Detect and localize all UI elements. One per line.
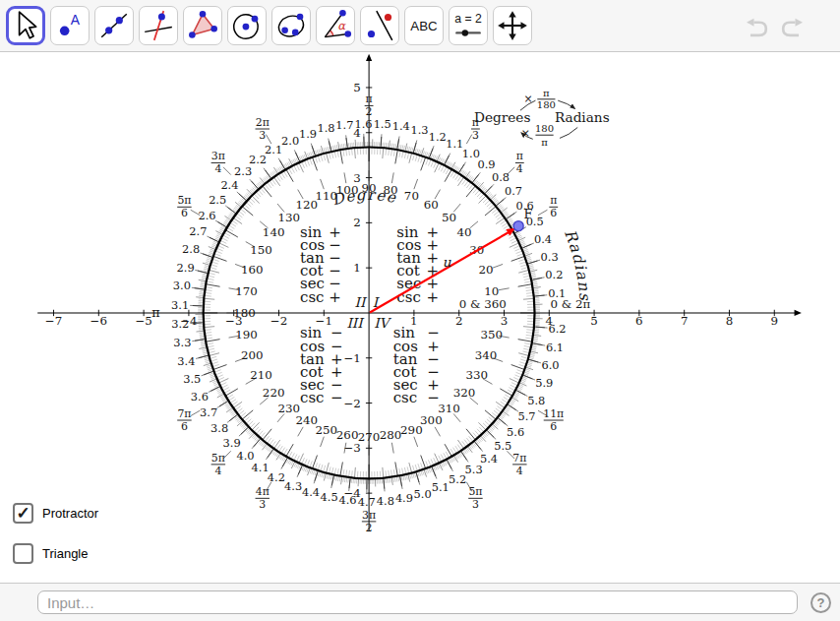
svg-text:7π: 7π [512, 452, 526, 465]
svg-text:340: 340 [475, 348, 498, 362]
svg-text:320: 320 [453, 386, 476, 400]
svg-text:−: − [427, 389, 440, 406]
svg-text:1.7: 1.7 [335, 118, 353, 132]
svg-text:5.7: 5.7 [517, 409, 535, 423]
svg-text:2.8: 2.8 [182, 242, 200, 256]
slider-icon: a = 2 [451, 9, 485, 42]
graphics-canvas[interactable]: −7−6−5−4−3−2−112345678954321−1−2−3−4 102… [0, 52, 840, 583]
svg-text:10: 10 [484, 284, 499, 298]
svg-text:1: 1 [353, 261, 361, 275]
svg-text:3.3: 3.3 [173, 336, 191, 349]
svg-text:+: + [329, 288, 341, 306]
slider-tool-button[interactable]: a = 2 [449, 6, 488, 45]
svg-text:6.0: 6.0 [542, 358, 560, 372]
conic-icon [274, 9, 308, 42]
svg-text:1.6: 1.6 [354, 117, 372, 131]
svg-text:180: 180 [537, 99, 556, 110]
point-icon: A [53, 9, 87, 42]
svg-text:190: 190 [235, 328, 258, 342]
svg-text:π: π [550, 194, 557, 207]
svg-text:0.2: 0.2 [545, 268, 563, 281]
move-tool-button[interactable] [6, 6, 45, 45]
svg-text:5π: 5π [211, 452, 225, 465]
svg-text:−5: −5 [135, 314, 151, 328]
svg-text:50: 50 [442, 211, 456, 224]
svg-text:1.8: 1.8 [317, 122, 334, 136]
polygon-tool-button[interactable] [183, 6, 222, 45]
svg-text:6.2: 6.2 [549, 322, 567, 336]
svg-text:5.0: 5.0 [414, 487, 432, 501]
svg-text:60: 60 [424, 198, 439, 212]
svg-text:3.0: 3.0 [173, 279, 191, 292]
svg-text:150: 150 [250, 243, 272, 257]
svg-text:7π: 7π [177, 407, 191, 420]
input-field[interactable] [37, 590, 798, 614]
svg-text:II: II [355, 294, 368, 310]
svg-text:6: 6 [635, 314, 643, 328]
svg-text:4.3: 4.3 [284, 479, 302, 493]
svg-text:4.4: 4.4 [302, 485, 320, 499]
svg-text:5π: 5π [177, 194, 191, 207]
undo-icon[interactable] [743, 14, 772, 41]
svg-text:5.5: 5.5 [494, 439, 511, 453]
protractor-checkbox-row: ✓ Protractor [13, 503, 98, 524]
graphics-view[interactable]: −7−6−5−4−3−2−112345678954321−1−2−3−4 102… [0, 52, 840, 583]
svg-text:180: 180 [535, 123, 554, 134]
svg-text:4.5: 4.5 [321, 490, 338, 504]
svg-text:5.9: 5.9 [535, 376, 553, 390]
svg-text:180: 180 [233, 306, 256, 320]
svg-text:ABC: ABC [410, 19, 438, 33]
svg-text:2π: 2π [256, 116, 270, 129]
svg-text:III: III [346, 315, 365, 331]
svg-text:4π: 4π [256, 485, 270, 498]
line-tool-button[interactable] [94, 6, 134, 45]
svg-text:0.4: 0.4 [534, 232, 552, 246]
protractor-checkbox[interactable]: ✓ [13, 503, 33, 524]
vector-u-label: u [443, 254, 451, 270]
svg-text:270: 270 [358, 430, 381, 444]
point-F-label: F [524, 207, 533, 221]
svg-text:8: 8 [726, 314, 734, 328]
svg-text:2: 2 [455, 314, 463, 328]
svg-text:×: × [524, 93, 533, 105]
conversion-radians-label: Radians [555, 109, 610, 125]
svg-text:IV: IV [374, 315, 391, 331]
svg-text:20: 20 [478, 263, 493, 277]
svg-text:π: π [541, 137, 548, 148]
svg-text:3.7: 3.7 [200, 405, 217, 419]
perpendicular-line-tool-button[interactable] [139, 6, 178, 45]
svg-text:220: 220 [263, 386, 285, 400]
svg-text:210: 210 [250, 368, 272, 382]
conic-through-points-tool-button[interactable] [271, 6, 311, 45]
angle-icon: α [319, 9, 352, 42]
svg-text:130: 130 [277, 211, 300, 224]
move-graphics-tool-button[interactable] [493, 6, 532, 45]
svg-text:5.4: 5.4 [480, 452, 498, 466]
circle-center-point-tool-button[interactable] [227, 6, 267, 45]
svg-text:4.9: 4.9 [395, 491, 413, 505]
svg-text:1.9: 1.9 [299, 127, 317, 141]
angle-tool-button[interactable]: α [316, 6, 355, 45]
svg-text:3π: 3π [211, 150, 225, 162]
svg-text:4.2: 4.2 [268, 470, 285, 484]
triangle-checkbox[interactable] [13, 543, 33, 564]
svg-text:3.4: 3.4 [177, 354, 195, 368]
point-tool-button[interactable]: A [50, 6, 90, 45]
triangle-checkbox-row: Triangle [13, 543, 88, 564]
svg-text:π: π [151, 305, 159, 320]
redo-icon[interactable] [777, 14, 807, 41]
svg-text:5.1: 5.1 [432, 480, 450, 494]
svg-text:310: 310 [438, 402, 460, 415]
reflect-tool-button[interactable] [360, 6, 399, 45]
svg-text:3.8: 3.8 [210, 421, 228, 435]
help-button[interactable]: ? [810, 592, 831, 613]
svg-text:4: 4 [214, 162, 221, 175]
radian-fraction-labels: π6π4π3π22π33π45π6π7π65π44π33π25π37π411π6… [151, 93, 590, 533]
text-tool-button[interactable]: ABC [404, 6, 444, 45]
svg-text:3.5: 3.5 [183, 372, 201, 386]
svg-text:A: A [71, 12, 81, 28]
svg-text:1.0: 1.0 [462, 147, 480, 160]
svg-text:−: − [330, 389, 343, 406]
svg-text:0.3: 0.3 [541, 250, 559, 264]
svg-text:170: 170 [235, 284, 258, 298]
